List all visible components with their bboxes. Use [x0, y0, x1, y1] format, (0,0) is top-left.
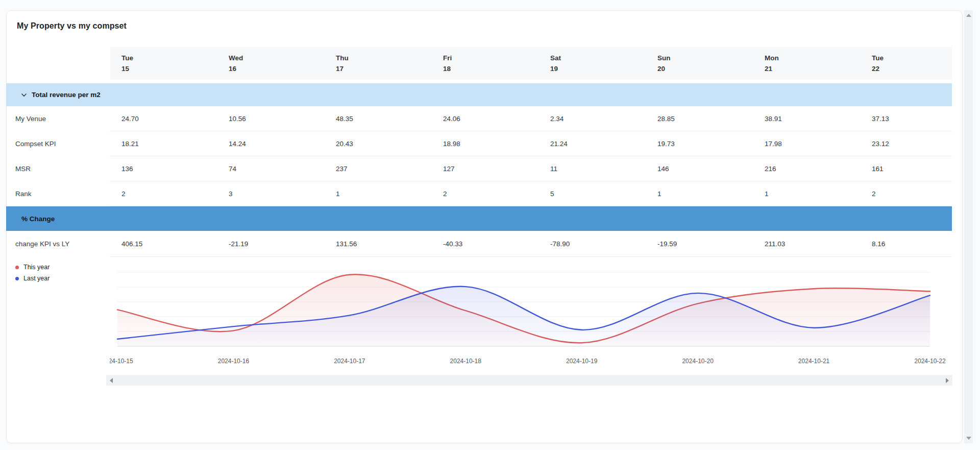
table-cell: -40.33 — [443, 240, 462, 248]
day-name: Tue — [121, 53, 133, 63]
table-cell: 146 — [657, 165, 669, 173]
table-cell: 8.16 — [872, 240, 885, 248]
x-axis-tick-label: 2024-10-21 — [791, 358, 837, 365]
table-cell: 127 — [443, 165, 455, 173]
table-cell: 136 — [121, 165, 133, 173]
table-cell: 24.06 — [443, 115, 460, 123]
table-cell: 38.91 — [765, 115, 782, 123]
day-date: 18 — [443, 63, 452, 74]
day-header-cell: Tue22 — [872, 53, 884, 74]
day-name: Sun — [657, 53, 671, 63]
day-header-cell: Wed16 — [229, 53, 243, 74]
table-cell: 2.34 — [550, 115, 564, 123]
legend-label: This year — [23, 264, 50, 271]
day-name: Thu — [336, 53, 349, 63]
table-cell: -78.90 — [550, 240, 570, 248]
x-axis-tick-label: 2024-10-16 — [210, 358, 256, 365]
day-date: 19 — [550, 63, 561, 74]
table-cell: 18.98 — [443, 140, 460, 148]
x-axis-tick-label: 2024-10-22 — [907, 358, 953, 365]
table-cell: 21.24 — [550, 140, 568, 148]
table-cell: 2 — [121, 190, 126, 198]
table-cell: 74 — [229, 165, 236, 173]
x-axis-tick-label: 2024-10-15 — [110, 358, 140, 365]
scroll-up-icon[interactable] — [964, 10, 973, 20]
scroll-right-icon[interactable] — [942, 375, 952, 386]
row-label: Compset KPI — [15, 140, 56, 148]
day-date: 21 — [765, 63, 779, 74]
horizontal-scrollbar[interactable] — [106, 375, 952, 386]
x-axis-tick-label: 2024-10-18 — [443, 358, 488, 365]
day-name: Fri — [443, 53, 452, 63]
legend-item-last-year[interactable]: Last year — [15, 273, 50, 284]
table-cell: 10.56 — [229, 115, 246, 123]
day-name: Sat — [550, 53, 561, 63]
day-header-cell: Tue15 — [121, 53, 133, 74]
chart-legend: This yearLast year — [15, 262, 50, 284]
row-divider — [110, 256, 952, 257]
table-day-header-row: Tue15Wed16Thu17Fri18Sat19Sun20Mon21Tue22 — [110, 47, 952, 80]
table-cell: 2 — [443, 190, 447, 198]
table-cell: 5 — [550, 190, 554, 198]
scroll-left-icon[interactable] — [106, 375, 116, 386]
day-header-cell: Thu17 — [336, 53, 349, 74]
row-label: change KPI vs LY — [15, 240, 69, 248]
table-cell: 237 — [336, 165, 348, 173]
day-date: 20 — [657, 63, 671, 74]
legend-item-this-year[interactable]: This year — [15, 262, 50, 273]
dashboard-page: My Property vs my compset Tue15Wed16Thu1… — [0, 0, 980, 450]
table-cell: 19.73 — [657, 140, 675, 148]
table-cell: 23.12 — [872, 140, 889, 148]
legend-dot-icon — [15, 266, 19, 269]
scroll-down-icon[interactable] — [964, 433, 973, 443]
table-cell: 161 — [872, 165, 884, 173]
section-label: % Change — [21, 215, 55, 223]
table-cell: 17.98 — [765, 140, 782, 148]
table-cell: 3 — [229, 190, 233, 198]
chart-x-axis-labels: 2024-10-152024-10-162024-10-172024-10-18… — [110, 358, 953, 366]
x-axis-tick-label: 2024-10-19 — [559, 358, 605, 365]
row-label: My Venue — [15, 115, 46, 123]
day-date: 16 — [229, 63, 243, 74]
section-percent-change: % Change — [6, 206, 952, 231]
day-name: Mon — [765, 53, 779, 63]
table-cell: 406.15 — [121, 240, 142, 248]
table-cell: 14.24 — [229, 140, 246, 148]
table-cell: 20.43 — [336, 140, 353, 148]
vertical-scrollbar[interactable] — [964, 10, 973, 443]
day-date: 17 — [336, 63, 349, 74]
day-name: Tue — [872, 53, 884, 63]
table-cell: 24.70 — [121, 115, 139, 123]
table-cell: 1 — [765, 190, 769, 198]
legend-dot-icon — [15, 277, 19, 280]
day-header-cell: Fri18 — [443, 53, 452, 74]
table-cell: 37.13 — [872, 115, 889, 123]
x-axis-tick-label: 2024-10-17 — [327, 358, 373, 365]
section-label: Total revenue per m2 — [32, 91, 101, 99]
table-cell: 1 — [657, 190, 662, 198]
table-cell: 11 — [550, 165, 557, 173]
row-label: MSR — [15, 165, 31, 173]
table-cell: 211.03 — [765, 240, 785, 248]
table-cell: 216 — [765, 165, 776, 173]
chevron-down-icon — [20, 91, 28, 99]
day-header-cell: Mon21 — [765, 53, 779, 74]
table-cell: 1 — [336, 190, 340, 198]
table-cell: 2 — [872, 190, 876, 198]
row-label: Rank — [15, 190, 32, 198]
table-cell: 28.85 — [657, 115, 675, 123]
table-cell: -19.59 — [657, 240, 677, 248]
section-total-revenue-per-m2[interactable]: Total revenue per m2 — [6, 83, 952, 106]
day-name: Wed — [229, 53, 243, 63]
row-divider — [110, 131, 952, 131]
day-date: 15 — [121, 63, 133, 74]
row-divider — [110, 156, 952, 156]
day-date: 22 — [872, 63, 884, 74]
page-title: My Property vs my compset — [17, 21, 127, 31]
day-header-cell: Sun20 — [657, 53, 671, 74]
table-cell: 131.56 — [336, 240, 357, 248]
table-cell: 48.35 — [336, 115, 353, 123]
table-cell: 18.21 — [121, 140, 139, 148]
x-axis-tick-label: 2024-10-20 — [675, 358, 721, 365]
day-header-cell: Sat19 — [550, 53, 561, 74]
